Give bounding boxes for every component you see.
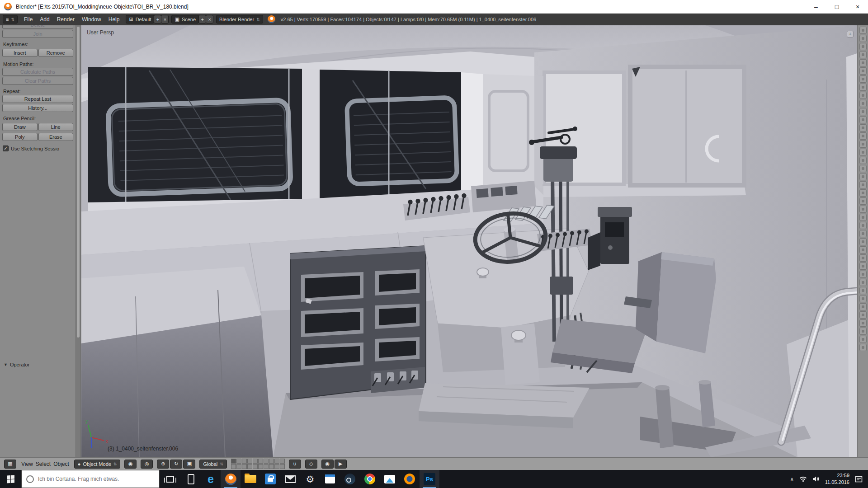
taskbar-app-chrome[interactable] — [360, 470, 380, 488]
taskbar-app-settings[interactable]: ⚙ — [300, 470, 320, 488]
layer-cell[interactable] — [269, 464, 274, 469]
menu-item[interactable]: Render — [53, 16, 78, 23]
properties-tab-icon[interactable] — [859, 149, 867, 156]
history-button[interactable]: History... — [2, 104, 73, 112]
properties-tab-icon[interactable] — [859, 189, 867, 197]
remove-keyframe-button[interactable]: Remove — [38, 49, 74, 57]
properties-tab-icon[interactable] — [859, 59, 867, 66]
layer-cell[interactable] — [274, 464, 279, 469]
properties-tab-icon[interactable] — [859, 124, 867, 131]
snap-toggle-button[interactable]: ∪ — [289, 460, 301, 469]
floor-step-platform[interactable] — [419, 383, 590, 428]
layer-cell[interactable] — [242, 459, 247, 464]
taskbar-app-firefox[interactable] — [400, 470, 420, 488]
layer-cell[interactable] — [274, 459, 279, 464]
screen-layout-selector[interactable]: ⊞ Default — [126, 15, 154, 23]
menu-item[interactable]: Add — [36, 16, 53, 23]
viewport-editor-type-button[interactable]: ▦ — [4, 460, 16, 469]
cortana-search[interactable] — [21, 470, 160, 488]
properties-tab-icon[interactable] — [859, 67, 867, 75]
taskbar-app-phone[interactable] — [181, 470, 201, 488]
transform-orientation-select[interactable]: Global ⇅ — [199, 460, 226, 469]
task-view-button[interactable] — [160, 470, 181, 488]
minimize-button[interactable]: – — [806, 0, 826, 13]
properties-tab-icon[interactable] — [859, 157, 867, 164]
properties-tab-icon[interactable] — [859, 287, 867, 294]
properties-tab-icon[interactable] — [859, 132, 867, 140]
properties-tab-icon[interactable] — [859, 319, 867, 327]
opengl-render-anim-button[interactable]: ▶ — [335, 460, 347, 469]
maximize-button[interactable]: □ — [826, 0, 847, 13]
tray-chevron-icon[interactable]: ∧ — [790, 476, 794, 482]
properties-tab-icon[interactable] — [859, 271, 867, 278]
clear-paths-button[interactable]: Clear Paths — [2, 77, 73, 85]
properties-tab-icon[interactable] — [859, 27, 867, 34]
properties-tab-icon[interactable] — [859, 173, 867, 180]
rotate-manipulator-button[interactable]: ↻ — [170, 460, 182, 469]
viewport-menu-item[interactable]: Select — [35, 461, 52, 467]
layer-cell[interactable] — [280, 464, 285, 469]
properties-tab-icon[interactable] — [859, 303, 867, 310]
layer-cell[interactable] — [280, 459, 285, 464]
grease-erase-button[interactable]: Erase — [38, 133, 74, 141]
taskbar-app-mail[interactable] — [280, 470, 300, 488]
taskbar-app-steam[interactable] — [340, 470, 360, 488]
menu-item[interactable]: Window — [78, 16, 105, 23]
properties-tab-icon[interactable] — [859, 336, 867, 343]
taskbar-app-edge[interactable]: e — [201, 470, 221, 488]
snap-element-button[interactable]: ◇ — [305, 460, 317, 469]
layer-cell[interactable] — [264, 459, 269, 464]
layer-cell[interactable] — [236, 459, 241, 464]
menu-item[interactable]: File — [20, 16, 36, 23]
layer-cell[interactable] — [258, 459, 263, 464]
scene-selector[interactable]: ▣ Scene — [171, 15, 199, 23]
taskbar-app-photos[interactable] — [380, 470, 400, 488]
translate-manipulator-button[interactable]: ⊕ — [157, 460, 169, 469]
properties-tab-icon[interactable] — [859, 246, 867, 253]
properties-tab-icon[interactable] — [859, 51, 867, 58]
delete-button[interactable]: Delete — [2, 25, 73, 29]
properties-tab-icon[interactable] — [859, 263, 867, 270]
layer-cell[interactable] — [247, 459, 252, 464]
properties-tab-icon[interactable] — [859, 92, 867, 99]
volume-icon[interactable] — [812, 476, 820, 482]
properties-tab-icon[interactable] — [859, 328, 867, 335]
search-input[interactable] — [38, 476, 155, 482]
taskbar-clock[interactable]: 23:59 11.05.2016 — [825, 472, 849, 486]
layers-grid[interactable] — [231, 459, 285, 469]
properties-tab-icon[interactable] — [859, 108, 867, 115]
layer-cell[interactable] — [242, 464, 247, 469]
start-button[interactable] — [0, 470, 21, 488]
taskbar-app-calendar[interactable] — [320, 470, 340, 488]
insert-keyframe-button[interactable]: Insert — [2, 49, 38, 57]
operator-panel-header[interactable]: ▼ Operator — [4, 362, 29, 367]
layer-cell[interactable] — [258, 464, 263, 469]
layer-cell[interactable] — [231, 464, 236, 469]
editor-type-selector[interactable]: ≡ ⇅ — [3, 15, 18, 23]
scale-manipulator-button[interactable]: ▣ — [183, 460, 195, 469]
mode-select[interactable]: ● Object Mode ⇅ — [74, 460, 121, 469]
taskbar-app-photoshop[interactable]: Ps — [420, 470, 439, 488]
delete-scene-button[interactable]: × — [206, 15, 213, 23]
properties-tab-icon[interactable] — [859, 214, 867, 221]
3d-viewport[interactable]: x y User Persp (3) 1_0400_seitenfenster.… — [81, 25, 857, 457]
properties-region-collapsed[interactable] — [857, 25, 868, 457]
properties-tab-icon[interactable] — [859, 206, 867, 213]
close-button[interactable]: × — [847, 0, 868, 13]
region-expand-button[interactable]: + — [847, 31, 854, 38]
add-screen-layout-button[interactable]: + — [154, 15, 161, 23]
taskbar-app-store[interactable] — [260, 470, 280, 488]
pivot-point-button[interactable]: ◎ — [141, 460, 153, 469]
render-engine-select[interactable]: Blender Render ⇅ — [216, 15, 263, 23]
properties-tab-icon[interactable] — [859, 84, 867, 91]
properties-tab-icon[interactable] — [859, 75, 867, 83]
viewport-shading-button[interactable]: ◉ — [124, 460, 137, 469]
layer-cell[interactable] — [236, 464, 241, 469]
layer-cell[interactable] — [269, 459, 274, 464]
menu-item[interactable]: Help — [105, 16, 123, 23]
properties-tab-icon[interactable] — [859, 141, 867, 148]
switch-cabinet[interactable] — [290, 246, 426, 399]
properties-tab-icon[interactable] — [859, 238, 867, 245]
properties-tab-icon[interactable] — [859, 344, 867, 351]
opengl-render-still-button[interactable]: ◉ — [321, 460, 334, 469]
